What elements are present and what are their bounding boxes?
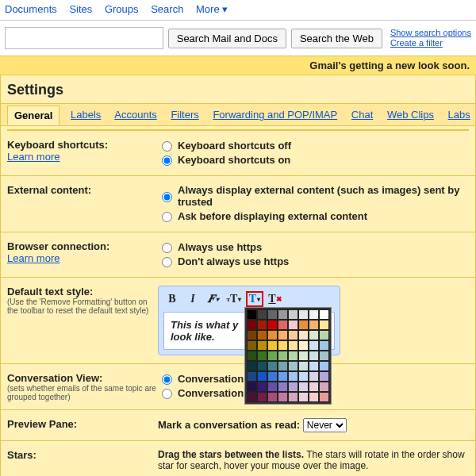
color-swatch[interactable] bbox=[257, 392, 267, 402]
color-swatch[interactable] bbox=[278, 382, 288, 392]
color-swatch[interactable] bbox=[319, 351, 329, 361]
color-swatch[interactable] bbox=[247, 351, 257, 361]
tab-forwarding[interactable]: Forwarding and POP/IMAP bbox=[213, 109, 337, 121]
radio-https-not-always[interactable] bbox=[162, 257, 172, 267]
color-swatch[interactable] bbox=[319, 382, 329, 392]
color-swatch[interactable] bbox=[309, 371, 319, 382]
color-swatch[interactable] bbox=[278, 392, 288, 402]
color-swatch[interactable] bbox=[247, 392, 257, 402]
color-swatch[interactable] bbox=[267, 340, 278, 351]
color-swatch[interactable] bbox=[309, 340, 319, 351]
color-swatch[interactable] bbox=[298, 309, 309, 320]
color-swatch[interactable] bbox=[309, 309, 319, 320]
color-swatch[interactable] bbox=[288, 340, 298, 351]
color-swatch[interactable] bbox=[278, 340, 288, 351]
color-swatch[interactable] bbox=[319, 340, 329, 351]
tab-labs[interactable]: Labs bbox=[448, 109, 470, 121]
color-swatch[interactable] bbox=[267, 351, 278, 361]
nav-more[interactable]: More ▾ bbox=[196, 3, 228, 15]
nav-search[interactable]: Search bbox=[151, 3, 183, 15]
color-swatch[interactable] bbox=[288, 392, 298, 402]
color-swatch[interactable] bbox=[257, 351, 267, 361]
color-swatch[interactable] bbox=[298, 351, 309, 361]
search-input[interactable] bbox=[5, 27, 163, 49]
color-swatch[interactable] bbox=[247, 309, 257, 320]
color-swatch[interactable] bbox=[247, 320, 257, 330]
color-swatch[interactable] bbox=[298, 382, 309, 392]
color-swatch[interactable] bbox=[257, 361, 267, 371]
search-mail-button[interactable]: Search Mail and Docs bbox=[168, 29, 286, 48]
color-swatch[interactable] bbox=[288, 320, 298, 330]
create-filter-link[interactable]: Create a filter bbox=[390, 38, 471, 48]
color-swatch[interactable] bbox=[257, 330, 267, 340]
color-swatch[interactable] bbox=[288, 309, 298, 320]
radio-https-always[interactable] bbox=[162, 243, 172, 253]
color-swatch[interactable] bbox=[247, 382, 257, 392]
tab-webclips[interactable]: Web Clips bbox=[387, 109, 434, 121]
nav-documents[interactable]: Documents bbox=[5, 3, 57, 15]
search-web-button[interactable]: Search the Web bbox=[291, 29, 382, 48]
color-swatch[interactable] bbox=[288, 330, 298, 340]
color-swatch[interactable] bbox=[278, 351, 288, 361]
radio-shortcuts-on[interactable] bbox=[162, 155, 172, 166]
font-size-button[interactable]: тT▾ bbox=[225, 291, 243, 307]
color-swatch[interactable] bbox=[319, 320, 329, 330]
font-family-button[interactable]: 𝑭▾ bbox=[205, 291, 222, 307]
text-color-button[interactable]: T▾ bbox=[246, 291, 263, 307]
color-swatch[interactable] bbox=[257, 309, 267, 320]
nav-groups[interactable]: Groups bbox=[105, 3, 139, 15]
color-swatch[interactable] bbox=[309, 361, 319, 371]
show-search-options-link[interactable]: Show search options bbox=[390, 28, 471, 38]
radio-conversation-off[interactable] bbox=[162, 389, 172, 399]
color-swatch[interactable] bbox=[278, 361, 288, 371]
color-swatch[interactable] bbox=[267, 382, 278, 392]
color-picker-popup[interactable] bbox=[244, 307, 332, 405]
color-swatch[interactable] bbox=[247, 340, 257, 351]
color-swatch[interactable] bbox=[309, 392, 319, 402]
nav-sites[interactable]: Sites bbox=[69, 3, 92, 15]
color-swatch[interactable] bbox=[298, 361, 309, 371]
color-swatch[interactable] bbox=[288, 361, 298, 371]
color-swatch[interactable] bbox=[278, 330, 288, 340]
tab-filters[interactable]: Filters bbox=[171, 109, 198, 121]
color-swatch[interactable] bbox=[309, 351, 319, 361]
radio-conversation-on[interactable] bbox=[162, 374, 172, 385]
color-swatch[interactable] bbox=[298, 330, 309, 340]
color-swatch[interactable] bbox=[257, 340, 267, 351]
color-swatch[interactable] bbox=[257, 320, 267, 330]
color-swatch[interactable] bbox=[247, 371, 257, 382]
learn-more-link[interactable]: Learn more bbox=[7, 151, 60, 163]
color-swatch[interactable] bbox=[267, 371, 278, 382]
tab-labels[interactable]: Labels bbox=[71, 109, 101, 121]
color-swatch[interactable] bbox=[247, 361, 257, 371]
bold-button[interactable]: B bbox=[163, 291, 181, 307]
color-swatch[interactable] bbox=[319, 392, 329, 402]
radio-external-ask[interactable] bbox=[162, 212, 172, 222]
color-swatch[interactable] bbox=[319, 309, 329, 320]
preview-read-select[interactable]: Never bbox=[303, 418, 347, 432]
color-swatch[interactable] bbox=[267, 392, 278, 402]
color-swatch[interactable] bbox=[319, 371, 329, 382]
learn-more-link[interactable]: Learn more bbox=[7, 252, 60, 264]
tab-chat[interactable]: Chat bbox=[351, 109, 373, 121]
color-swatch[interactable] bbox=[309, 320, 319, 330]
color-swatch[interactable] bbox=[267, 320, 278, 330]
color-swatch[interactable] bbox=[319, 330, 329, 340]
color-swatch[interactable] bbox=[267, 361, 278, 371]
color-swatch[interactable] bbox=[278, 320, 288, 330]
remove-formatting-button[interactable]: T✖ bbox=[267, 291, 284, 307]
color-swatch[interactable] bbox=[298, 340, 309, 351]
color-swatch[interactable] bbox=[267, 330, 278, 340]
color-swatch[interactable] bbox=[319, 361, 329, 371]
tab-general[interactable]: General bbox=[7, 106, 60, 125]
color-swatch[interactable] bbox=[309, 382, 319, 392]
color-swatch[interactable] bbox=[267, 309, 278, 320]
color-swatch[interactable] bbox=[288, 351, 298, 361]
color-swatch[interactable] bbox=[247, 330, 257, 340]
color-swatch[interactable] bbox=[257, 382, 267, 392]
tab-accounts[interactable]: Accounts bbox=[114, 109, 156, 121]
color-swatch[interactable] bbox=[309, 330, 319, 340]
italic-button[interactable]: I bbox=[184, 291, 202, 307]
radio-shortcuts-off[interactable] bbox=[162, 141, 172, 152]
color-swatch[interactable] bbox=[298, 320, 309, 330]
